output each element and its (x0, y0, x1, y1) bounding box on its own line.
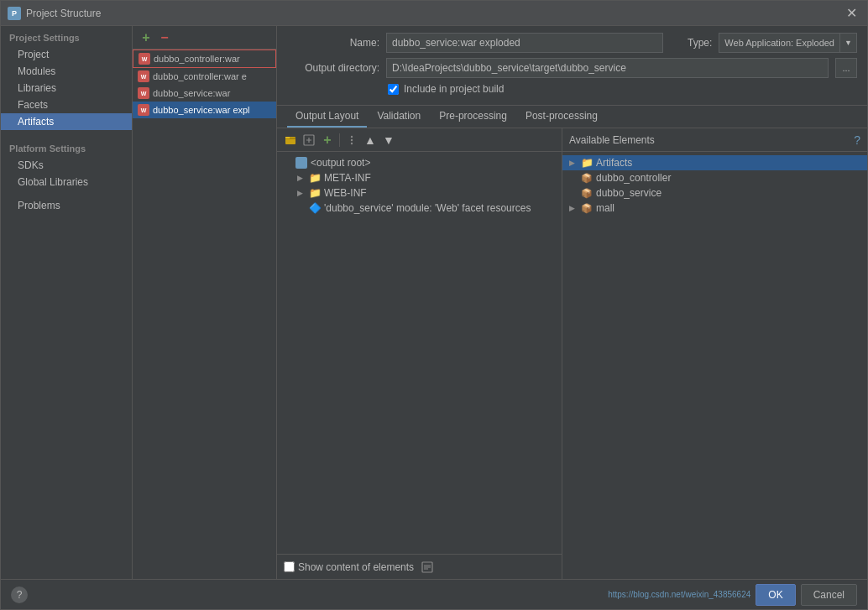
type-value: Web Application: Exploded (719, 38, 839, 48)
artifact-item-3[interactable]: W dubbo_service:war (133, 85, 276, 102)
war-icon-2: W (138, 70, 149, 82)
show-content-checkbox[interactable] (284, 561, 295, 572)
tabs-bar: Output Layout Validation Pre-processing … (277, 106, 867, 128)
available-label-dubbo-controller: dubbo_controller (596, 172, 671, 184)
output-add-button[interactable]: + (319, 132, 336, 149)
output-root-icon (295, 157, 307, 169)
sidebar-item-sdks[interactable]: SDKs (1, 157, 132, 174)
type-dropdown-arrow[interactable]: ▼ (840, 33, 857, 53)
tab-output-layout[interactable]: Output Layout (287, 106, 367, 128)
output-input[interactable] (386, 58, 829, 78)
cancel-button[interactable]: Cancel (801, 584, 857, 606)
available-label-artifacts: Artifacts (596, 157, 632, 169)
output-toolbar: + ▲ ▼ (277, 128, 562, 152)
sidebar-item-facets[interactable]: Facets (1, 96, 132, 113)
artifact-label-3: dubbo_service:war (153, 88, 230, 98)
svg-point-4 (351, 138, 353, 140)
separator-1 (339, 133, 340, 147)
bottom-right: https://blog.csdn.net/weixin_43856624 OK… (608, 584, 857, 606)
project-structure-dialog: P Project Structure ✕ Project Settings P… (0, 0, 868, 610)
artifact-item-2[interactable]: W dubbo_controller:war e (133, 68, 276, 85)
sidebar: Project Settings Project Modules Librari… (1, 26, 133, 579)
add-artifact-button[interactable]: + (138, 29, 154, 46)
war-icon-4: W (138, 104, 149, 116)
jar-icon-dubbo-service: 📦 (581, 187, 593, 199)
browse-button[interactable]: ... (835, 58, 857, 78)
available-label-dubbo-service: dubbo_service (596, 187, 661, 199)
arrow-mall: ▶ (569, 204, 578, 212)
url-text: https://blog.csdn.net/weixin_43856624 (608, 590, 750, 599)
output-folder-icon[interactable] (282, 132, 299, 149)
include-checkbox[interactable] (388, 84, 399, 95)
main-content: Project Settings Project Modules Librari… (1, 26, 867, 579)
tree-item-facet-resources[interactable]: 🔷 'dubbo_service' module: 'Web' facet re… (277, 201, 562, 216)
tree-label-output-root: <output root> (311, 157, 370, 169)
available-item-dubbo-controller[interactable]: 📦 dubbo_controller (562, 170, 867, 185)
type-label: Type: (670, 37, 712, 49)
artifact-label-4: dubbo_service:war expl (153, 105, 250, 115)
sidebar-item-project[interactable]: Project (1, 46, 132, 63)
platform-settings-label: Platform Settings (1, 137, 132, 157)
svg-point-3 (351, 135, 353, 137)
tab-pre-processing[interactable]: Pre-processing (431, 106, 515, 128)
tab-post-processing[interactable]: Post-processing (517, 106, 606, 128)
war-icon-3: W (138, 87, 149, 99)
folder-icon-web-inf: 📁 (309, 187, 321, 199)
tab-validation[interactable]: Validation (369, 106, 429, 128)
ok-button[interactable]: OK (756, 584, 795, 606)
name-input[interactable] (386, 33, 663, 53)
output-down-button[interactable]: ▼ (380, 132, 397, 149)
file-icon-facet: 🔷 (309, 202, 321, 214)
show-content-icon[interactable] (419, 559, 436, 576)
output-extract-icon[interactable] (301, 132, 317, 149)
output-options-button[interactable] (343, 132, 360, 149)
sidebar-item-libraries[interactable]: Libraries (1, 80, 132, 96)
artifact-item-1[interactable]: W dubbo_controller:war (133, 50, 276, 68)
war-icon-1: W (139, 53, 150, 65)
output-content: + ▲ ▼ <output root> (277, 128, 867, 579)
available-item-artifacts[interactable]: ▶ 📁 Artifacts (562, 155, 867, 170)
include-checkbox-row: Include in project build (287, 83, 857, 98)
jar-icon-dubbo-controller: 📦 (581, 172, 593, 184)
arrow-meta-inf: ▶ (297, 174, 306, 182)
tree-label-facet: 'dubbo_service' module: 'Web' facet reso… (324, 202, 531, 214)
output-layout-panel: + ▲ ▼ <output root> (277, 128, 562, 579)
available-label-mall: mall (596, 202, 614, 214)
sidebar-item-artifacts[interactable]: Artifacts (1, 113, 132, 130)
available-item-mall[interactable]: ▶ 📦 mall (562, 201, 867, 216)
config-panel: Name: Type: Web Application: Exploded ▼ … (277, 26, 867, 579)
available-help-icon[interactable]: ? (854, 133, 860, 147)
help-button[interactable]: ? (11, 587, 28, 603)
output-up-button[interactable]: ▲ (362, 132, 379, 149)
name-label: Name: (287, 37, 379, 49)
available-tree: ▶ 📁 Artifacts 📦 dubbo_controller (562, 152, 867, 579)
title-bar: P Project Structure ✕ (1, 1, 867, 26)
close-button[interactable]: ✕ (843, 5, 860, 21)
dialog-title: Project Structure (26, 8, 843, 19)
include-label: Include in project build (404, 83, 504, 95)
bottom-bar: ? https://blog.csdn.net/weixin_43856624 … (1, 579, 867, 609)
arrow-web-inf: ▶ (297, 189, 306, 197)
artifact-item-4[interactable]: W dubbo_service:war expl (133, 102, 276, 118)
tree-label-meta-inf: META-INF (324, 172, 371, 184)
show-content-wrapper: Show content of elements (284, 561, 414, 573)
tree-label-web-inf: WEB-INF (324, 187, 367, 199)
arrow-artifacts: ▶ (569, 159, 578, 167)
output-label: Output directory: (287, 62, 379, 74)
folder-icon-artifacts: 📁 (581, 157, 593, 169)
type-dropdown-wrapper: Web Application: Exploded ▼ (719, 33, 857, 53)
bottom-left: ? (11, 587, 28, 603)
sidebar-item-problems[interactable]: Problems (1, 197, 132, 214)
tree-item-web-inf[interactable]: ▶ 📁 WEB-INF (277, 185, 562, 201)
sidebar-item-modules[interactable]: Modules (1, 63, 132, 80)
available-label: Available Elements (569, 134, 655, 146)
tree-item-meta-inf[interactable]: ▶ 📁 META-INF (277, 170, 562, 185)
artifact-list-panel: + − W dubbo_controller:war W dubbo_contr… (133, 26, 277, 579)
svg-rect-1 (285, 137, 290, 138)
tree-item-output-root[interactable]: <output root> (277, 155, 562, 170)
svg-point-5 (351, 142, 353, 143)
available-item-dubbo-service[interactable]: 📦 dubbo_service (562, 185, 867, 201)
folder-icon-meta-inf: 📁 (309, 172, 321, 184)
sidebar-item-global-libraries[interactable]: Global Libraries (1, 174, 132, 190)
remove-artifact-button[interactable]: − (156, 29, 173, 46)
